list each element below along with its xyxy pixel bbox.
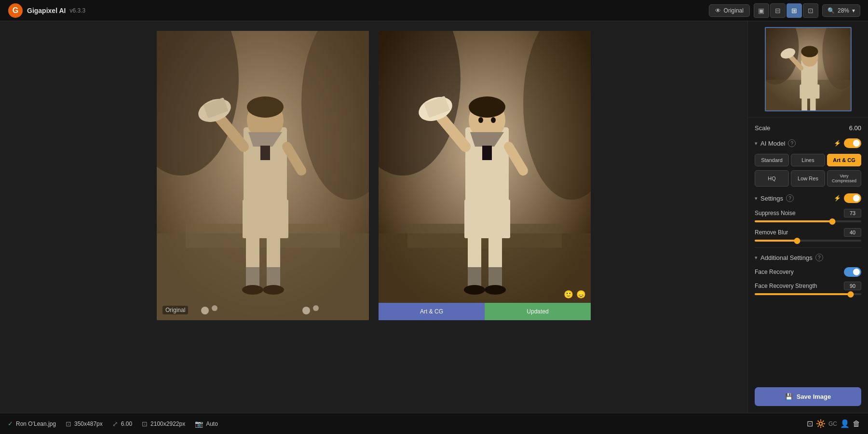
face-recovery-strength-value[interactable]: 90 <box>844 282 861 290</box>
svg-point-35 <box>469 96 505 118</box>
scale-label: Scale <box>755 124 771 132</box>
settings-section-header[interactable]: ▾ Settings ? ⚡ <box>755 193 861 203</box>
adjust-icon[interactable]: 🔆 <box>816 419 826 428</box>
view-single[interactable]: ▣ <box>754 3 769 18</box>
auto-icon: 📷 <box>195 420 203 428</box>
filename: Ron O'Lean.jpg <box>16 420 56 427</box>
face-recovery-strength-row: Face Recovery Strength 90 <box>755 282 861 290</box>
model-lines[interactable]: Lines <box>791 154 825 166</box>
svg-rect-43 <box>482 146 492 160</box>
mode-display: Auto <box>206 420 218 427</box>
additional-help-icon[interactable]: ? <box>815 254 823 261</box>
model-buttons-row2: HQ Low Res Very Compressed <box>755 170 861 187</box>
remove-blur-section: Remove Blur 40 <box>755 228 861 242</box>
remove-blur-value[interactable]: 40 <box>844 228 861 237</box>
svg-rect-66 <box>810 96 815 110</box>
chevron-additional: ▾ <box>755 255 758 261</box>
remove-blur-thumb <box>794 238 800 244</box>
view-split[interactable]: ⊟ <box>770 3 786 18</box>
save-label: Save Image <box>797 393 831 400</box>
ai-model-title: AI Model <box>760 140 785 147</box>
original-label: Original <box>724 7 744 14</box>
svg-text:G: G <box>13 6 18 14</box>
additional-settings-title: Additional Settings <box>760 254 813 261</box>
app-logo: G <box>8 3 23 18</box>
zoom-icon: 🔍 <box>827 7 835 14</box>
settings-area: Scale 6.00 ▾ AI Model ? ⚡ Standard Lines… <box>748 118 868 380</box>
face-strength-thumb <box>847 291 854 298</box>
suppress-noise-track[interactable] <box>755 220 861 222</box>
face-icons: 🙂 😞 <box>564 290 586 299</box>
original-button[interactable]: 👁 Original <box>709 4 750 17</box>
remove-blur-label: Remove Blur <box>755 229 788 236</box>
person-icon[interactable]: 👤 <box>840 419 850 428</box>
scale-row: Scale 6.00 <box>755 124 861 132</box>
face-recovery-label: Face Recovery <box>755 269 794 275</box>
zoom-value: 28% <box>838 7 849 14</box>
emoji-neutral: 🙂 <box>564 290 573 299</box>
model-standard[interactable]: Standard <box>755 154 789 166</box>
logo-area: G Gigapixel AI v6.3.3 <box>8 3 85 18</box>
thumbnail-area <box>748 21 868 118</box>
suppress-noise-thumb <box>829 218 836 225</box>
svg-point-37 <box>491 117 496 123</box>
original-panel: Original <box>157 31 369 320</box>
source-size-icon: ⊡ <box>66 420 71 428</box>
view-grid[interactable]: ⊡ <box>803 3 818 18</box>
view-sidebyside[interactable]: ⊞ <box>787 3 802 18</box>
status-label: Updated <box>485 303 591 320</box>
suppress-noise-section: Suppress Noise 73 <box>755 209 861 222</box>
zoom-control[interactable]: 🔍 28% ▾ <box>822 4 860 17</box>
trash-icon[interactable]: 🗑 <box>853 420 860 428</box>
face-recovery-toggle[interactable] <box>844 267 861 277</box>
filename-item: ✓ Ron O'Lean.jpg <box>8 420 56 427</box>
suppress-noise-label: Suppress Noise <box>755 210 796 217</box>
remove-blur-track[interactable] <box>755 240 861 242</box>
ai-model-help-icon[interactable]: ? <box>788 139 796 147</box>
svg-point-49 <box>464 285 485 295</box>
face-recovery-strength-section: Face Recovery Strength 90 <box>755 282 861 295</box>
thumbnail-image <box>766 28 851 110</box>
canvas-area[interactable]: Original <box>0 21 747 413</box>
original-image <box>157 31 369 320</box>
remove-blur-row: Remove Blur 40 <box>755 228 861 237</box>
save-icon: 💾 <box>785 393 793 400</box>
model-verycompressed[interactable]: Very Compressed <box>827 170 861 187</box>
scale-display: 6.00 <box>121 420 132 427</box>
save-button[interactable]: 💾 Save Image <box>755 387 861 406</box>
model-buttons-row1: Standard Lines Art & CG <box>755 154 861 166</box>
original-photo <box>157 31 369 320</box>
thumbnail <box>765 27 852 111</box>
model-hq[interactable]: HQ <box>755 170 789 187</box>
ai-model-toggle[interactable] <box>844 138 861 148</box>
source-size-item: ⊡ 350x487px <box>66 420 103 428</box>
settings-title: Settings <box>760 195 783 202</box>
output-size: 2100x2922px <box>150 420 185 427</box>
model-lowres[interactable]: Low Res <box>791 170 825 187</box>
remove-blur-fill <box>755 240 797 242</box>
ai-model-section-header[interactable]: ▾ AI Model ? ⚡ <box>755 138 861 148</box>
check-icon: ✓ <box>8 420 13 427</box>
source-size: 350x487px <box>74 420 103 427</box>
view-mode-buttons: ▣ ⊟ ⊞ ⊡ <box>754 3 818 18</box>
app-version: v6.3.3 <box>69 7 85 14</box>
suppress-noise-value[interactable]: 73 <box>844 209 861 217</box>
processed-photo <box>379 31 591 320</box>
face-recovery-row: Face Recovery <box>755 267 861 277</box>
svg-rect-27 <box>157 31 369 320</box>
settings-toggle[interactable] <box>844 193 861 203</box>
settings-bolt-icon: ⚡ <box>834 195 841 202</box>
svg-point-61 <box>801 46 818 57</box>
status-bar: ✓ Ron O'Lean.jpg ⊡ 350x487px ⤢ 6.00 ⊡ 21… <box>0 413 868 434</box>
output-size-icon: ⊡ <box>142 420 148 428</box>
model-artcg[interactable]: Art & CG <box>827 154 861 166</box>
main-content: Original <box>0 21 868 413</box>
extra-icons: ⊡ 🔆 GC 👤 🗑 <box>807 419 860 428</box>
additional-settings-header[interactable]: ▾ Additional Settings ? <box>755 254 861 261</box>
svg-rect-44 <box>464 200 510 238</box>
output-size-item: ⊡ 2100x2922px <box>142 420 185 428</box>
face-recovery-strength-track[interactable] <box>755 293 861 295</box>
settings-help-icon[interactable]: ? <box>786 194 794 202</box>
grid-icon[interactable]: ⊡ <box>807 419 813 428</box>
original-label: Original <box>163 306 188 314</box>
